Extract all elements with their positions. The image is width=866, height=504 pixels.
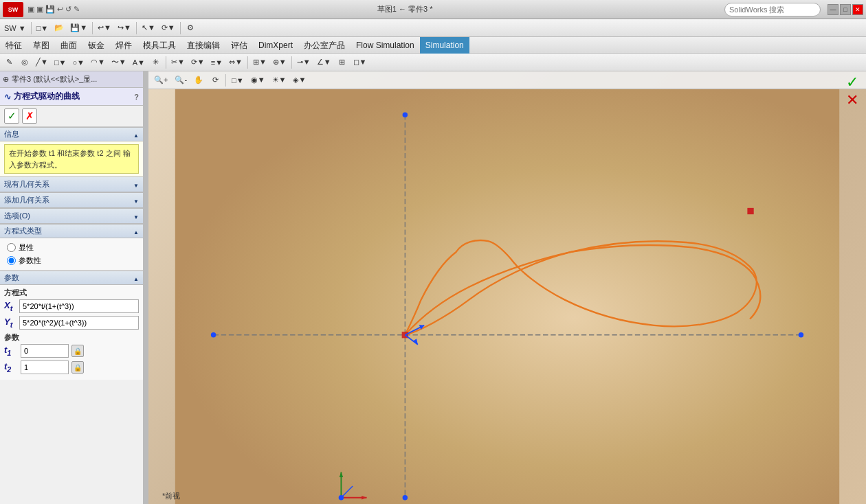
- sketch-tool-angle[interactable]: ∠▼: [314, 55, 334, 70]
- canvas-sep-1: [225, 74, 226, 87]
- menu-bar: 特征 草图 曲面 钣金 焊件 模具工具 直接编辑 评估 DimXpert 办公室…: [0, 37, 866, 54]
- menu-mold[interactable]: 模具工具: [137, 37, 181, 54]
- explicit-label[interactable]: 显性: [19, 242, 34, 253]
- menu-weldments[interactable]: 焊件: [110, 37, 137, 54]
- search-input[interactable]: [724, 3, 821, 16]
- existing-relations-header[interactable]: 现有几何关系: [0, 176, 143, 192]
- zoom-in-button[interactable]: 🔍+: [151, 73, 170, 88]
- info-chevron-icon: [133, 130, 139, 139]
- add-relations-chevron-icon: [133, 196, 139, 205]
- sketch-tool-mirror[interactable]: ⇔▼: [226, 55, 245, 70]
- params-body: 方程式 Xt Yt 参数 t1 🔒 t2 🔒: [0, 285, 143, 380]
- menu-evaluate[interactable]: 评估: [225, 37, 253, 54]
- select-button[interactable]: ↖▼: [139, 21, 158, 36]
- titlebar: SW ▣ ▣ 💾 ↩ ↺ ✎ 草图1 ← 零件3 * — □ ✕: [0, 0, 866, 19]
- confirm-button[interactable]: ✓: [4, 108, 19, 124]
- appearance-button[interactable]: ◈▼: [290, 73, 309, 88]
- t1-row: t1 🔒: [4, 344, 139, 358]
- params-chevron-icon: [133, 274, 139, 282]
- options-header[interactable]: 选项(O): [0, 208, 143, 224]
- sketch-tool-measure[interactable]: ⊞: [335, 55, 350, 70]
- t2-input[interactable]: [21, 360, 69, 374]
- canvas-confirm-button[interactable]: ✓: [844, 74, 861, 91]
- xt-input[interactable]: [19, 299, 139, 313]
- cancel-button[interactable]: ✗: [22, 108, 37, 124]
- sketch-tool-text[interactable]: A▼: [130, 55, 148, 70]
- sw-logo: SW: [3, 2, 23, 17]
- sketch-tool-display[interactable]: ◻▼: [351, 55, 370, 70]
- save-button[interactable]: 💾▼: [67, 21, 90, 36]
- maximize-button[interactable]: □: [840, 4, 851, 15]
- t2-lock-button[interactable]: 🔒: [71, 361, 84, 374]
- toolbar-sketch: ✎ ◎ ╱▼ □▼ ○▼ ◠▼ 〜▼ A▼ ✳ ✂▼ ⟳▼ ≡▼ ⇔▼ ⊞▼ ⊕…: [0, 54, 866, 71]
- sketch-tool-grid[interactable]: ⊞▼: [250, 55, 269, 70]
- sketch-tool-1[interactable]: ✎: [1, 55, 16, 70]
- menu-sketch[interactable]: 草图: [27, 37, 55, 54]
- add-relations-header[interactable]: 添加几何关系: [0, 192, 143, 208]
- toolbar-separator-4: [180, 22, 181, 34]
- panel-title-text: 方程式驱动的曲线: [14, 91, 80, 102]
- sketch-tool-dim[interactable]: ⊸▼: [294, 55, 313, 70]
- view-button[interactable]: □▼: [229, 73, 247, 88]
- sketch-tool-trim[interactable]: ✂▼: [168, 55, 188, 70]
- sketch-sep-2: [247, 56, 248, 69]
- sw-menu-button[interactable]: SW ▼: [1, 21, 29, 36]
- xt-row: Xt: [4, 299, 139, 313]
- pan-button[interactable]: ✋: [191, 73, 206, 88]
- sketch-tool-rect[interactable]: □▼: [52, 55, 69, 70]
- rebuild-button[interactable]: ⟳▼: [159, 21, 178, 36]
- add-relations-label: 添加几何关系: [4, 195, 49, 205]
- display-button[interactable]: ◉▼: [248, 73, 268, 88]
- t1-input[interactable]: [21, 344, 69, 358]
- menu-dimxpert[interactable]: DimXpert: [253, 37, 298, 54]
- curve-endpoint: [747, 208, 753, 214]
- sketch-sep-1: [166, 56, 166, 69]
- title-quick-icons: ▣ ▣ 💾 ↩ ↺ ✎: [27, 5, 80, 14]
- sketch-tool-offset[interactable]: ≡▼: [208, 55, 225, 70]
- sketch-tool-2[interactable]: ◎: [17, 55, 32, 70]
- redo-button[interactable]: ↪▼: [115, 21, 134, 36]
- menu-office[interactable]: 办公室产品: [298, 37, 351, 54]
- left-axis-point: [211, 332, 216, 337]
- rotate-button[interactable]: ⟳: [208, 73, 223, 88]
- sketch-tool-spline[interactable]: 〜▼: [109, 55, 129, 70]
- info-section-header[interactable]: 信息: [0, 127, 143, 141]
- lighting-button[interactable]: ☀▼: [269, 73, 289, 88]
- options-button[interactable]: ⚙: [183, 21, 198, 36]
- zoom-out-button[interactable]: 🔍-: [172, 73, 190, 88]
- menu-features[interactable]: 特征: [0, 37, 27, 54]
- sketch-tool-convert[interactable]: ⟳▼: [188, 55, 208, 70]
- panel-icon: ∿: [4, 92, 11, 102]
- formula-label: 方程式: [4, 288, 139, 298]
- t2-row: t2 🔒: [4, 360, 139, 374]
- minimize-button[interactable]: —: [828, 4, 839, 15]
- sketch-tool-line[interactable]: ╱▼: [33, 55, 51, 70]
- window-title: 草图1 ← 零件3 *: [85, 4, 724, 14]
- new-button[interactable]: □▼: [34, 21, 52, 36]
- yt-input[interactable]: [19, 316, 139, 330]
- explicit-radio[interactable]: [7, 243, 16, 252]
- menu-sheetmetal[interactable]: 钣金: [82, 37, 110, 54]
- sketch-tool-arc[interactable]: ◠▼: [88, 55, 108, 70]
- t1-lock-button[interactable]: 🔒: [71, 345, 84, 357]
- formula-type-header[interactable]: 方程式类型: [0, 224, 143, 238]
- canvas-area[interactable]: 🔍+ 🔍- ✋ ⟳ □▼ ◉▼ ☀▼ ◈▼ ✓ ✕: [148, 71, 866, 504]
- options-chevron-icon: [133, 212, 139, 220]
- undo-button[interactable]: ↩▼: [95, 21, 114, 36]
- tree-title: 零件3 (默认<<默认>_显...: [12, 74, 97, 84]
- main-canvas[interactable]: [148, 89, 866, 504]
- sketch-tool-snap[interactable]: ⊕▼: [270, 55, 289, 70]
- menu-surface[interactable]: 曲面: [55, 37, 82, 54]
- menu-flow-simulation[interactable]: Flow Simulation: [351, 37, 420, 54]
- parametric-radio[interactable]: [7, 256, 16, 265]
- open-button[interactable]: 📂: [52, 21, 67, 36]
- menu-direct-edit[interactable]: 直接编辑: [181, 37, 225, 54]
- panel-help-button[interactable]: ?: [134, 93, 139, 101]
- parametric-label[interactable]: 参数性: [19, 255, 41, 266]
- sketch-tool-star[interactable]: ✳: [148, 55, 164, 70]
- menu-simulation[interactable]: Simulation: [420, 37, 469, 54]
- close-button[interactable]: ✕: [852, 4, 863, 15]
- explicit-radio-row: 显性: [7, 241, 136, 254]
- sketch-tool-circle[interactable]: ○▼: [69, 55, 87, 70]
- params-section-header[interactable]: 参数: [0, 271, 143, 285]
